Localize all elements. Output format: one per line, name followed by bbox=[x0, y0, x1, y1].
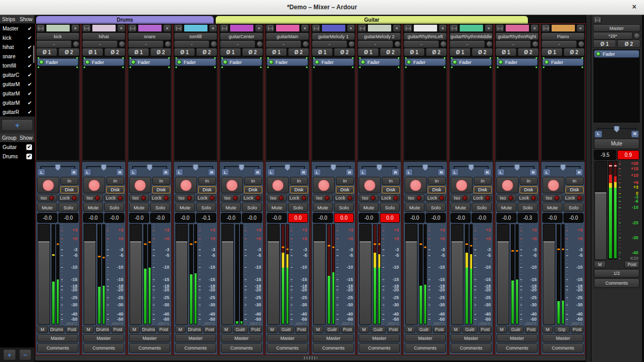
mute-button[interactable]: Mute bbox=[37, 203, 57, 212]
phase-2-button[interactable]: Ø 2 bbox=[58, 48, 79, 56]
pan-control[interactable]: L R bbox=[221, 163, 262, 176]
mute-button[interactable]: Mute bbox=[496, 203, 517, 212]
phase-2-button[interactable]: Ø 2 bbox=[564, 48, 585, 56]
master-metering-point-button[interactable]: M bbox=[594, 261, 606, 268]
trim-knob[interactable] bbox=[119, 41, 125, 47]
mute-button[interactable]: Mute bbox=[221, 203, 241, 212]
pan-right-button[interactable]: R bbox=[631, 130, 639, 138]
volume-fader[interactable] bbox=[221, 224, 234, 325]
processor-box[interactable]: Fader bbox=[541, 57, 585, 161]
solo-isolate-button[interactable]: Iso bbox=[359, 194, 379, 202]
volume-fader[interactable] bbox=[359, 224, 372, 325]
processor-box[interactable]: Fader bbox=[220, 57, 263, 161]
pan-left-button[interactable]: L bbox=[267, 169, 275, 176]
output-button[interactable]: Master bbox=[313, 334, 354, 342]
pan-right-button[interactable]: R bbox=[484, 169, 491, 176]
strip-hide-icon[interactable]: × bbox=[393, 24, 401, 32]
strip-visible-checkmark-icon[interactable]: ✔ bbox=[28, 91, 32, 96]
peak-display[interactable]: -0.0 bbox=[472, 213, 492, 223]
peak-display[interactable]: -0.0 bbox=[58, 213, 78, 223]
phase-2-button[interactable]: Ø 2 bbox=[104, 48, 125, 56]
metering-point-button[interactable]: M bbox=[405, 326, 415, 333]
fader-point-button[interactable]: Post bbox=[387, 326, 400, 333]
disk-button[interactable]: Disk bbox=[382, 186, 400, 193]
pan-handle[interactable] bbox=[147, 164, 153, 171]
input-button[interactable]: In bbox=[152, 177, 170, 185]
comments-button[interactable]: Comments bbox=[267, 343, 308, 353]
strip-hide-icon[interactable]: × bbox=[439, 24, 447, 32]
pan-left-button[interactable]: L bbox=[543, 169, 551, 176]
trim-dropdown[interactable]: - bbox=[128, 40, 164, 48]
fader-processor-button[interactable]: Fader bbox=[37, 58, 78, 66]
output-button[interactable]: Master bbox=[83, 334, 124, 342]
fader-handle[interactable] bbox=[314, 241, 325, 324]
solo-button[interactable]: Solo bbox=[58, 203, 78, 212]
fader-point-button[interactable]: Post bbox=[203, 326, 216, 333]
disk-button[interactable]: Disk bbox=[520, 186, 538, 193]
pan-control[interactable]: L R bbox=[313, 163, 354, 176]
pan-control[interactable]: L R bbox=[175, 163, 216, 176]
strips-list-item-hihat[interactable]: hihat✔ bbox=[0, 42, 35, 52]
mute-button[interactable]: Mute bbox=[359, 203, 379, 212]
record-arm-button[interactable] bbox=[267, 177, 289, 193]
pan-control[interactable]: L R bbox=[129, 163, 170, 176]
metering-point-button[interactable]: M bbox=[83, 326, 94, 333]
strip-hide-icon[interactable]: × bbox=[117, 24, 125, 32]
mute-button[interactable]: Mute bbox=[129, 203, 149, 212]
strip-hide-icon[interactable]: × bbox=[209, 24, 217, 32]
trim-knob[interactable] bbox=[256, 41, 263, 47]
volume-fader[interactable] bbox=[543, 224, 555, 325]
strip-width-toggle-icon[interactable]: |↔| bbox=[312, 24, 320, 32]
disk-button[interactable]: Disk bbox=[336, 186, 354, 193]
record-arm-button[interactable] bbox=[496, 177, 519, 193]
solo-lock-button[interactable]: Lock bbox=[196, 194, 216, 202]
volume-fader[interactable] bbox=[175, 224, 188, 325]
mute-button[interactable]: Mute bbox=[313, 203, 333, 212]
metering-point-button[interactable]: M bbox=[496, 326, 507, 333]
disk-button[interactable]: Disk bbox=[198, 186, 216, 193]
group-button[interactable]: Guitr bbox=[416, 326, 432, 333]
disk-button[interactable]: Disk bbox=[106, 186, 124, 193]
pan-control[interactable]: L R bbox=[359, 163, 400, 176]
volume-fader[interactable] bbox=[130, 224, 142, 325]
strip-visible-checkmark-icon[interactable]: ✔ bbox=[28, 100, 32, 106]
group-button[interactable]: Grp bbox=[554, 326, 570, 333]
disk-button[interactable]: Disk bbox=[566, 186, 584, 193]
input-button[interactable]: In bbox=[474, 177, 492, 185]
gain-display[interactable]: -0.0 bbox=[129, 213, 149, 223]
pan-control[interactable]: L R bbox=[83, 163, 124, 176]
trim-dropdown[interactable]: - bbox=[358, 40, 393, 48]
pan-handle[interactable] bbox=[377, 164, 382, 171]
solo-isolate-button[interactable]: Iso bbox=[37, 194, 57, 202]
gain-display[interactable]: -0.0 bbox=[496, 213, 517, 223]
gain-display[interactable]: -0.0 bbox=[267, 213, 287, 223]
record-arm-button[interactable] bbox=[83, 177, 105, 193]
fader-processor-button[interactable]: Fader bbox=[221, 58, 262, 66]
mute-button[interactable]: Mute bbox=[542, 203, 562, 212]
input-button[interactable]: In bbox=[60, 177, 78, 185]
strip-name-button[interactable]: guitarMelody 2 bbox=[358, 32, 401, 40]
phase-1-button[interactable]: Ø 1 bbox=[312, 48, 333, 56]
strip-color-swatch[interactable] bbox=[184, 24, 208, 32]
strips-list-item-guitarr[interactable]: guitarR✔ bbox=[0, 107, 35, 117]
solo-isolate-button[interactable]: Iso bbox=[83, 194, 103, 202]
strip-name-button[interactable]: guitarRhythmLeft bbox=[404, 32, 447, 40]
pan-left-button[interactable]: L bbox=[130, 169, 137, 176]
strip-hide-icon[interactable]: × bbox=[71, 24, 79, 32]
solo-button[interactable]: Solo bbox=[334, 203, 354, 212]
solo-isolate-button[interactable]: Iso bbox=[221, 194, 241, 202]
comments-button[interactable]: Comments bbox=[405, 343, 446, 353]
pan-left-button[interactable]: L bbox=[497, 169, 505, 176]
fader-point-button[interactable]: Post bbox=[479, 326, 492, 333]
input-button[interactable]: In bbox=[336, 177, 354, 185]
horizontal-scrollbar[interactable] bbox=[35, 355, 586, 360]
master-comments-button[interactable]: Comments bbox=[594, 278, 639, 288]
strip-color-swatch[interactable] bbox=[276, 24, 300, 32]
peak-display[interactable]: 0.0 bbox=[380, 213, 400, 223]
gain-display[interactable]: -0.0 bbox=[450, 213, 471, 223]
solo-button[interactable]: Solo bbox=[196, 203, 216, 212]
metering-point-button[interactable]: M bbox=[542, 326, 553, 333]
group-button[interactable]: Drums bbox=[141, 326, 156, 333]
volume-fader[interactable] bbox=[267, 224, 280, 325]
strip-name-button[interactable]: hihat bbox=[82, 32, 125, 40]
